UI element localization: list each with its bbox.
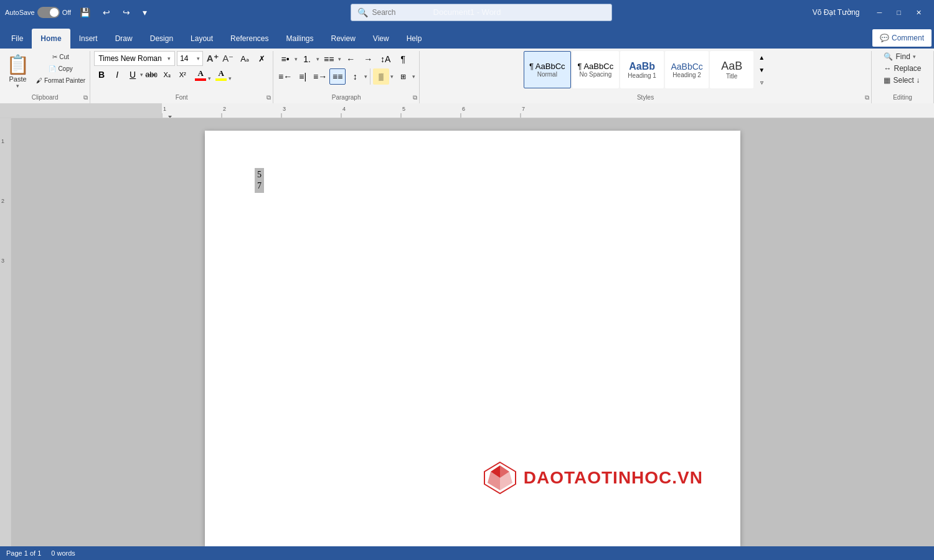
autosave-state: Off (62, 9, 71, 16)
tab-references[interactable]: References (222, 29, 277, 49)
style-title[interactable]: AaB Title (710, 51, 753, 88)
align-center-button[interactable]: ≡| (295, 68, 311, 85)
comment-button[interactable]: 💬 Comment (872, 29, 932, 47)
selected-text-block[interactable]: 5 7 (255, 168, 264, 193)
undo-button[interactable]: ↩ (99, 6, 114, 19)
font-row2: B I U ▾ abc X₂ X² A ▾ (94, 67, 269, 82)
superscript-button[interactable]: X² (175, 67, 190, 82)
font-name-dropdown[interactable]: Times New Roman ▾ (94, 51, 175, 66)
close-button[interactable]: ✕ (908, 0, 929, 25)
bullets-button[interactable]: ≡• (277, 51, 293, 67)
increase-indent-button[interactable]: → (360, 51, 376, 67)
highlight-arrow[interactable]: ▾ (229, 75, 232, 82)
autosave-toggle[interactable] (37, 7, 60, 18)
align-right-button[interactable]: ≡→ (312, 68, 328, 85)
change-case-button[interactable]: Aₐ (237, 51, 252, 66)
paste-button[interactable]: 📋 Paste ▾ (2, 51, 33, 91)
find-button[interactable]: 🔍 Find ▾ (880, 51, 925, 62)
style-heading1[interactable]: AaBb Heading 1 (620, 51, 664, 88)
multilevel-list-button[interactable]: ≡≡ (321, 51, 337, 67)
svg-text:6: 6 (462, 106, 465, 112)
styles-scroll-up[interactable]: ▲ (756, 51, 767, 63)
paragraph-expand[interactable]: ⧉ (413, 94, 417, 101)
line-spacing-arrow[interactable]: ▾ (364, 73, 367, 80)
show-marks-button[interactable]: ¶ (395, 51, 411, 67)
shading-arrow[interactable]: ▾ (390, 73, 394, 80)
tab-mailings[interactable]: Mailings (277, 29, 322, 49)
subscript-button[interactable]: X₂ (159, 67, 174, 82)
document[interactable]: 5 7 DAOTAOTINHOC.VN (205, 131, 740, 546)
minimize-button[interactable]: ─ (870, 0, 890, 25)
doc-area[interactable]: 5 7 DAOTAOTINHOC.VN (11, 118, 934, 559)
quick-access-more[interactable]: ▾ (139, 6, 151, 19)
underline-button[interactable]: U (125, 67, 140, 82)
style-title-preview: AaB (721, 60, 742, 73)
autosave-area: AutoSave Off (5, 7, 71, 18)
tab-insert[interactable]: Insert (70, 29, 106, 49)
line-spacing-button[interactable]: ↕ (347, 68, 363, 85)
highlight-button[interactable]: A (215, 68, 227, 82)
title-center: 🔍 (156, 4, 808, 21)
text-color-button[interactable]: A (194, 68, 207, 82)
italic-button[interactable]: I (110, 67, 125, 82)
borders-arrow[interactable]: ▾ (412, 73, 415, 80)
style-heading2-label: Heading 2 (672, 72, 701, 78)
search-bar[interactable]: 🔍 (351, 4, 612, 21)
copy-icon: 📄 (49, 65, 56, 72)
select-button[interactable]: ▦ Select ↓ (880, 75, 925, 86)
multilevel-arrow[interactable]: ▾ (338, 56, 341, 62)
style-heading2[interactable]: AaBbCc Heading 2 (665, 51, 709, 88)
paragraph-label: Paragraph (273, 94, 419, 101)
underline-arrow[interactable]: ▾ (140, 72, 143, 78)
save-button[interactable]: 💾 (76, 6, 94, 19)
tab-view[interactable]: View (364, 29, 398, 49)
line-2[interactable]: 7 (257, 180, 262, 192)
maximize-button[interactable]: □ (889, 0, 908, 25)
doc-content[interactable]: 5 7 (255, 168, 691, 193)
cut-button[interactable]: ✂ Cut (34, 51, 87, 62)
bold-button[interactable]: B (94, 67, 109, 82)
style-no-spacing-label: No Spacing (580, 71, 612, 78)
align-left-button[interactable]: ≡← (277, 68, 293, 85)
shading-button[interactable]: ▒ (373, 68, 389, 85)
replace-button[interactable]: ↔ Replace (880, 63, 925, 74)
styles-scroll-down[interactable]: ▼ (756, 63, 767, 76)
decrease-indent-button[interactable]: ← (342, 51, 359, 67)
clipboard-expand[interactable]: ⧉ (83, 94, 88, 101)
tab-layout[interactable]: Layout (182, 29, 222, 49)
styles-expand[interactable]: ⧉ (865, 94, 869, 101)
text-color-arrow[interactable]: ▾ (208, 75, 211, 82)
numbering-button[interactable]: 1. (299, 51, 315, 67)
ruler-content[interactable]: 1 2 3 4 5 6 7 (162, 103, 934, 118)
select-icon: ▦ (884, 76, 890, 85)
font-size-dropdown[interactable]: 14 ▾ (177, 51, 203, 66)
numbering-arrow[interactable]: ▾ (316, 56, 319, 62)
shrink-font-button[interactable]: A⁻ (220, 51, 235, 66)
justify-button[interactable]: ≡≡ (329, 68, 346, 85)
sort-button[interactable]: ↕A (377, 51, 394, 67)
borders-button[interactable]: ⊞ (395, 68, 411, 85)
tab-home[interactable]: Home (32, 29, 70, 49)
search-input[interactable] (372, 8, 605, 17)
font-expand[interactable]: ⧉ (267, 94, 271, 101)
tab-file[interactable]: File (2, 29, 32, 49)
tab-row: File Home Insert Draw Design Layout Refe… (0, 25, 934, 49)
tab-design[interactable]: Design (141, 29, 182, 49)
format-painter-button[interactable]: 🖌 Format Painter (34, 75, 87, 86)
style-no-spacing[interactable]: ¶ AaBbCc No Spacing (572, 51, 620, 88)
tab-draw[interactable]: Draw (106, 29, 141, 49)
styles-more[interactable]: ▿ (756, 76, 767, 88)
comment-icon: 💬 (880, 34, 889, 42)
user-name: Võ Đạt Tường (813, 8, 860, 17)
strikethrough-button[interactable]: abc (144, 67, 159, 82)
line-1[interactable]: 5 (257, 169, 262, 180)
font-name-arrow: ▾ (167, 55, 171, 62)
tab-review[interactable]: Review (323, 29, 364, 49)
style-normal[interactable]: ¶ AaBbCc Normal (524, 51, 571, 88)
copy-button[interactable]: 📄 Copy (34, 63, 87, 74)
clear-formatting-button[interactable]: ✗ (254, 51, 269, 66)
bullets-arrow[interactable]: ▾ (295, 56, 298, 62)
redo-button[interactable]: ↪ (119, 6, 134, 19)
tab-help[interactable]: Help (398, 29, 431, 49)
grow-font-button[interactable]: A⁺ (205, 51, 220, 66)
